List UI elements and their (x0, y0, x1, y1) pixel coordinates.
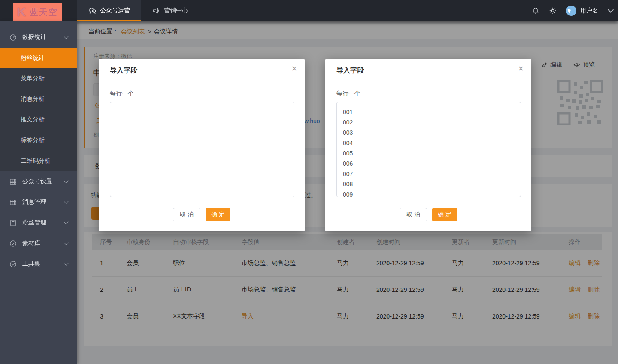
close-icon[interactable]: × (291, 64, 297, 73)
tab-label: 营销中心 (164, 7, 188, 15)
top-navbar: K 蓝天空 公众号运营 营销中心 用户名 (0, 0, 618, 21)
chevron-down-icon (64, 240, 68, 245)
import-fields-dialog-empty: 导入字段 × 每行一个 取 消 确 定 (99, 59, 305, 231)
import-fields-dialog-filled: 导入字段 × 每行一个 001 002 003 004 005 006 007 … (325, 59, 531, 231)
check-circle-icon (9, 261, 17, 268)
sidebar-group-account-settings[interactable]: 公众号设置 (0, 171, 77, 192)
tab-official-account[interactable]: 公众号运营 (77, 0, 141, 21)
chevron-down-icon (64, 261, 68, 265)
tab-label: 公众号运营 (100, 7, 130, 15)
logo-brand-text: 蓝天空 (30, 6, 58, 18)
sidebar-item-label: 推文分析 (21, 116, 45, 124)
field-label: 每行一个 (336, 90, 360, 97)
user-menu[interactable]: 用户名 (566, 6, 598, 16)
sidebar-item-qrcode-analysis[interactable]: 二维码分析 (0, 151, 77, 171)
user-avatar (566, 6, 576, 16)
sidebar-group-fans-management[interactable]: 粉丝管理 (0, 212, 77, 233)
sidebar-group-label: 工具集 (22, 260, 40, 268)
chevron-down-icon (64, 34, 68, 39)
sidebar-item-label: 粉丝统计 (21, 54, 45, 62)
chat-bubbles-icon (88, 7, 96, 15)
dialog-footer: 取 消 确 定 (99, 208, 305, 221)
sidebar-group-label: 数据统计 (22, 33, 46, 41)
gauge-icon (9, 34, 17, 41)
sidebar: 数据统计 粉丝统计 菜单分析 消息分析 推文分析 标签分析 二维码分析 公众号设… (0, 21, 77, 364)
sidebar-group-label: 消息管理 (22, 198, 46, 206)
cancel-button[interactable]: 取 消 (173, 208, 200, 221)
sidebar-item-label: 二维码分析 (21, 157, 51, 165)
chevron-down-icon (64, 219, 68, 224)
sidebar-submenu: 粉丝统计 菜单分析 消息分析 推文分析 标签分析 二维码分析 (0, 48, 77, 171)
fields-textarea[interactable] (110, 102, 294, 197)
nav-tabs: 公众号运营 营销中心 (77, 0, 199, 21)
chevron-down-icon[interactable] (608, 7, 614, 13)
sidebar-group-message-management[interactable]: 消息管理 (0, 192, 77, 212)
chevron-down-icon (64, 199, 68, 203)
settings-gear-icon[interactable] (549, 7, 557, 15)
sidebar-item-label: 标签分析 (21, 136, 45, 144)
confirm-button[interactable]: 确 定 (206, 208, 230, 221)
notification-bell-icon[interactable] (532, 7, 539, 15)
dialog-title: 导入字段 (110, 66, 137, 75)
chevron-down-icon (64, 178, 68, 183)
sidebar-item-label: 消息分析 (21, 95, 45, 103)
sidebar-group-data-statistics[interactable]: 数据统计 (0, 27, 77, 48)
cancel-button[interactable]: 取 消 (400, 208, 427, 221)
table-grid-icon (9, 178, 17, 185)
sidebar-item-menu-analysis[interactable]: 菜单分析 (0, 68, 77, 89)
app-logo: K 蓝天空 (13, 3, 62, 21)
close-icon[interactable]: × (518, 64, 524, 73)
check-circle-icon (9, 240, 17, 247)
logo-letter: K (17, 6, 26, 18)
dialog-footer: 取 消 确 定 (325, 208, 531, 221)
sidebar-item-message-analysis[interactable]: 消息分析 (0, 89, 77, 109)
table-grid-icon (9, 199, 17, 206)
sidebar-group-label: 粉丝管理 (22, 219, 46, 227)
fields-textarea[interactable]: 001 002 003 004 005 006 007 008 009 (336, 102, 521, 197)
document-icon (9, 219, 17, 227)
tab-marketing-center[interactable]: 营销中心 (141, 0, 199, 21)
sidebar-item-fans-statistics[interactable]: 粉丝统计 (0, 48, 77, 68)
sidebar-item-tweet-analysis[interactable]: 推文分析 (0, 109, 77, 130)
user-name: 用户名 (580, 7, 598, 15)
navbar-right-cluster: 用户名 (532, 0, 612, 21)
dialog-title: 导入字段 (336, 66, 364, 75)
sidebar-group-toolset[interactable]: 工具集 (0, 254, 77, 274)
field-label: 每行一个 (110, 90, 134, 97)
sidebar-group-label: 公众号设置 (22, 178, 52, 185)
megaphone-icon (152, 7, 160, 15)
sidebar-item-tag-analysis[interactable]: 标签分析 (0, 130, 77, 151)
sidebar-group-material-library[interactable]: 素材库 (0, 233, 77, 254)
sidebar-group-label: 素材库 (22, 240, 40, 247)
sidebar-item-label: 菜单分析 (21, 75, 45, 82)
confirm-button[interactable]: 确 定 (432, 208, 457, 221)
